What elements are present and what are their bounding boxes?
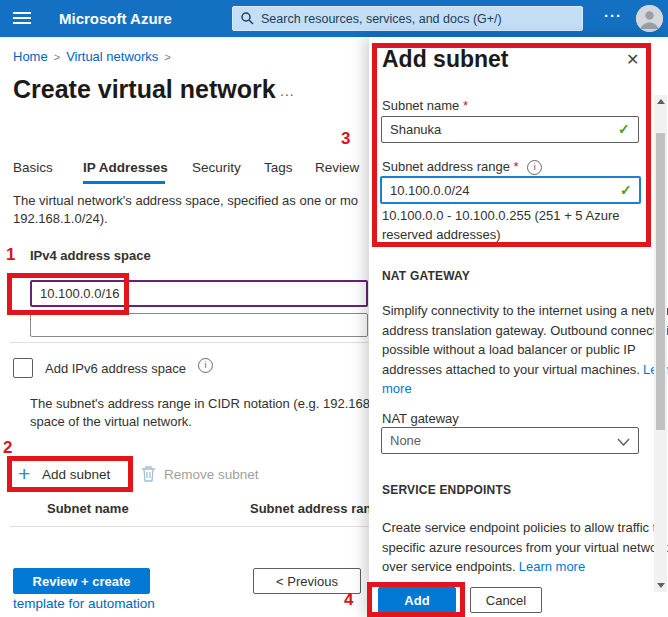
note-line: The subnet's address range in CIDR notat…: [30, 395, 370, 413]
service-endpoints-section-header: SERVICE ENDPOINTS: [382, 483, 511, 497]
description-line: 192.168.1.0/24).: [13, 210, 369, 228]
note-line: space of the virtual network.: [30, 413, 370, 431]
description-text: Simplify connectivity to the internet us…: [382, 303, 668, 377]
subnet-range-helper-text: 10.100.0.0 - 10.100.0.255 (251 + 5 Azure…: [382, 206, 662, 244]
page-title-more-icon[interactable]: ...: [280, 83, 295, 99]
divider: [10, 526, 369, 527]
tab-ip-addresses[interactable]: IP Addresses: [83, 160, 168, 175]
ipv6-checkbox[interactable]: [13, 358, 33, 378]
ipv4-address-space-input[interactable]: [30, 280, 368, 307]
brand-title[interactable]: Microsoft Azure: [59, 10, 172, 27]
label-text: Subnet address range: [382, 159, 510, 174]
azure-portal-screen: Microsoft Azure ··· Home>Virtual network…: [0, 0, 668, 617]
close-icon[interactable]: ✕: [626, 50, 639, 69]
subnet-name-label: Subnet name *: [382, 98, 468, 113]
table-header-subnet-address-range: Subnet address ran: [250, 501, 371, 516]
required-asterisk: *: [514, 159, 519, 174]
account-avatar[interactable]: [636, 5, 663, 32]
subnet-address-range-input[interactable]: [380, 176, 641, 204]
top-bar: Microsoft Azure ···: [0, 0, 668, 37]
required-asterisk: *: [463, 98, 468, 113]
subnet-address-range-label: Subnet address range * i: [382, 159, 542, 175]
breadcrumb-home-link[interactable]: Home: [13, 49, 48, 64]
global-search-input[interactable]: [232, 6, 583, 31]
description-line: The virtual network's address space, spe…: [13, 192, 369, 210]
subnet-range-note: The subnet's address range in CIDR notat…: [30, 395, 370, 431]
plus-icon: +: [18, 462, 30, 486]
breadcrumb-separator: >: [54, 51, 60, 63]
valid-check-icon: ✓: [620, 182, 632, 198]
subnet-toolbar: + Add subnet Remove subnet: [0, 462, 370, 492]
ipv4-address-space-input-empty[interactable]: [30, 313, 368, 337]
label-text: Subnet name: [382, 98, 459, 113]
annotation-number-4: 4: [344, 590, 353, 610]
topbar-more-icon[interactable]: ···: [604, 7, 622, 24]
trash-icon: [141, 465, 156, 486]
helper-line: 10.100.0.0 - 10.100.0.255 (251 + 5 Azure: [382, 206, 662, 225]
address-space-description: The virtual network's address space, spe…: [13, 192, 369, 228]
page-title: Create virtual network: [13, 75, 276, 104]
tab-security[interactable]: Security: [192, 160, 241, 175]
breadcrumb-virtual-networks-link[interactable]: Virtual networks: [66, 49, 158, 64]
helper-line: reserved addresses): [382, 225, 662, 244]
add-subnet-panel: Add subnet ✕ Subnet name * ✓ Subnet addr…: [369, 37, 668, 617]
template-automation-link[interactable]: template for automation: [13, 596, 155, 611]
annotation-number-1: 1: [6, 245, 15, 265]
add-button[interactable]: Add: [378, 587, 456, 613]
tab-basics[interactable]: Basics: [13, 160, 53, 175]
subnet-name-input[interactable]: [381, 116, 639, 143]
breadcrumb-separator: >: [164, 51, 170, 63]
panel-title: Add subnet: [382, 46, 509, 73]
nat-gateway-dropdown[interactable]: None: [381, 427, 639, 454]
info-icon[interactable]: i: [198, 358, 213, 373]
ipv4-address-space-label: IPv4 address space: [30, 248, 151, 263]
annotation-number-2: 2: [3, 438, 12, 458]
chevron-down-icon: [617, 432, 630, 450]
cancel-button[interactable]: Cancel: [470, 587, 542, 613]
scrollbar-up-arrow[interactable]: [657, 99, 665, 104]
hamburger-menu-icon[interactable]: [13, 12, 31, 26]
nat-gateway-label: NAT gateway: [382, 411, 459, 426]
scrollbar-down-arrow[interactable]: [657, 583, 665, 588]
info-icon[interactable]: i: [527, 160, 542, 175]
ipv6-checkbox-label: Add IPv6 address space: [45, 361, 186, 376]
active-tab-underline: [83, 181, 165, 184]
remove-subnet-button[interactable]: Remove subnet: [164, 467, 259, 482]
dropdown-selected-value: None: [390, 433, 617, 448]
scrollbar-thumb[interactable]: [656, 133, 665, 430]
annotation-number-3: 3: [341, 129, 350, 149]
tab-tags[interactable]: Tags: [264, 160, 293, 175]
breadcrumb: Home>Virtual networks>: [13, 49, 177, 64]
nat-gateway-description: Simplify connectivity to the internet us…: [382, 301, 668, 399]
review-create-button[interactable]: Review + create: [13, 568, 150, 594]
tab-review[interactable]: Review: [315, 160, 359, 175]
se-learn-more-link[interactable]: Learn more: [519, 559, 585, 574]
table-header-subnet-name: Subnet name: [47, 501, 129, 516]
divider: [10, 342, 369, 343]
add-subnet-button[interactable]: Add subnet: [42, 467, 110, 482]
valid-check-icon: ✓: [618, 121, 630, 137]
nat-gateway-section-header: NAT GATEWAY: [382, 269, 470, 283]
panel-scrollbar[interactable]: [654, 95, 667, 592]
service-endpoints-description: Create service endpoint policies to allo…: [382, 518, 668, 577]
search-icon: [240, 11, 254, 29]
